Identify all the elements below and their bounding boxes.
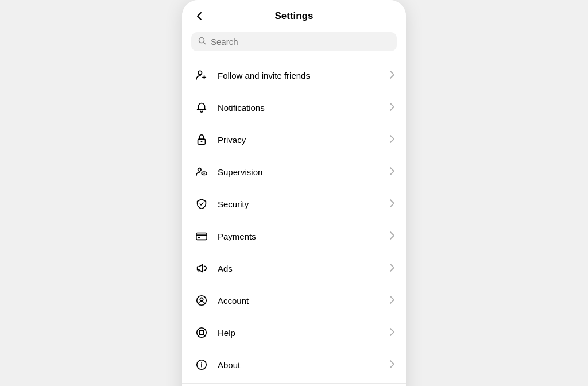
- chevron-icon: [390, 199, 394, 209]
- credit-card-icon: [194, 228, 210, 244]
- menu-item-about[interactable]: About: [182, 349, 406, 381]
- life-ring-icon: [194, 325, 210, 341]
- menu-label-notifications: Notifications: [218, 103, 390, 113]
- menu-item-notifications[interactable]: Notifications: [182, 91, 406, 123]
- phone-container: Settings Follow and invite friends: [182, 0, 406, 386]
- chevron-icon: [390, 328, 394, 338]
- menu-label-help: Help: [218, 328, 390, 338]
- bell-icon: [194, 99, 210, 115]
- menu-label-ads: Ads: [218, 264, 390, 273]
- menu-label-payments: Payments: [218, 231, 390, 241]
- menu-item-security[interactable]: Security: [182, 188, 406, 220]
- menu-item-payments[interactable]: Payments: [182, 220, 406, 252]
- menu-item-privacy[interactable]: Privacy: [182, 123, 406, 156]
- menu-label-follow-invite: Follow and invite friends: [218, 71, 390, 80]
- search-bar[interactable]: [191, 32, 397, 51]
- people-eye-icon: [194, 164, 210, 180]
- shield-check-icon: [194, 196, 210, 212]
- menu-item-follow-invite[interactable]: Follow and invite friends: [182, 59, 406, 91]
- header: Settings: [182, 0, 406, 29]
- back-button[interactable]: [191, 8, 207, 24]
- chevron-icon: [390, 296, 394, 306]
- svg-point-3: [201, 141, 203, 142]
- info-circle-icon: [194, 357, 210, 373]
- chevron-icon: [390, 71, 394, 80]
- svg-point-1: [198, 71, 202, 74]
- person-circle-icon: [194, 292, 210, 308]
- chevron-icon: [390, 231, 394, 241]
- svg-rect-8: [198, 237, 200, 238]
- menu-item-help[interactable]: Help: [182, 316, 406, 349]
- chevron-icon: [390, 264, 394, 273]
- svg-point-4: [198, 168, 202, 172]
- svg-point-11: [200, 298, 203, 301]
- chevron-icon: [390, 167, 394, 177]
- add-person-icon: [194, 67, 210, 83]
- menu-label-supervision: Supervision: [218, 167, 390, 177]
- svg-point-15: [201, 362, 202, 364]
- menu-label-security: Security: [218, 199, 390, 209]
- menu-label-privacy: Privacy: [218, 135, 390, 145]
- menu-item-account[interactable]: Account: [182, 284, 406, 316]
- chevron-icon: [390, 360, 394, 370]
- page-title: Settings: [274, 10, 313, 22]
- search-icon: [198, 37, 206, 47]
- svg-rect-7: [196, 233, 207, 240]
- chevron-icon: [390, 135, 394, 145]
- menu-list: Follow and invite friends Notifications: [182, 57, 406, 383]
- menu-label-about: About: [218, 360, 390, 370]
- menu-label-account: Account: [218, 296, 390, 306]
- bottom-nav: [182, 383, 406, 386]
- chevron-icon: [390, 103, 394, 113]
- search-input[interactable]: [211, 37, 390, 47]
- menu-item-supervision[interactable]: Supervision: [182, 156, 406, 188]
- menu-item-ads[interactable]: Ads: [182, 252, 406, 284]
- lock-icon: [194, 132, 210, 148]
- megaphone-icon: [194, 260, 210, 276]
- svg-point-6: [203, 172, 205, 174]
